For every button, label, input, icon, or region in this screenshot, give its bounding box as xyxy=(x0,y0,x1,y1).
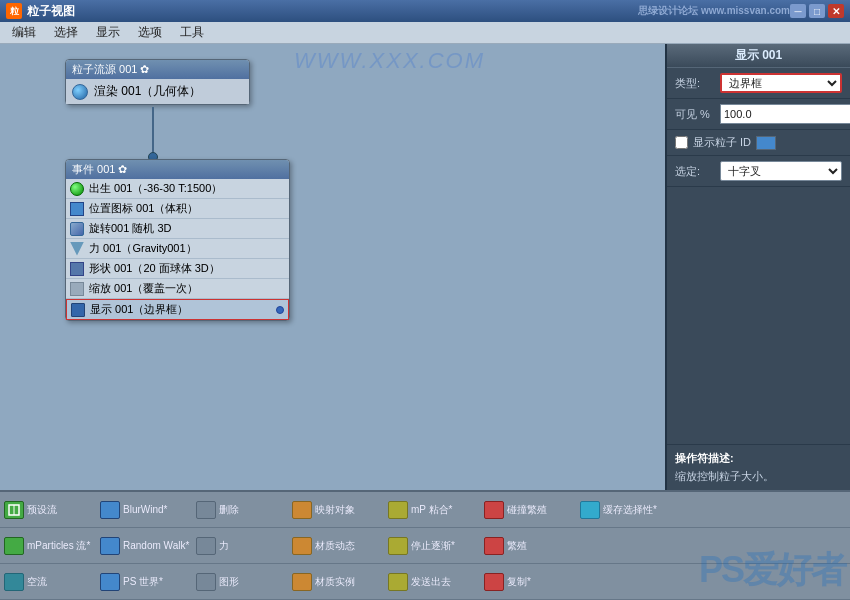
show-particle-id-checkbox[interactable] xyxy=(675,136,688,149)
type-row: 类型: 边界框 几何体 标记点 xyxy=(667,68,850,99)
mat-instance-icon xyxy=(292,573,312,591)
tb-mat-instance-label: 材质实例 xyxy=(315,575,355,589)
tb-random-walk-label: Random Walk* xyxy=(123,540,189,551)
render-icon xyxy=(72,84,88,100)
connection-line xyxy=(152,107,154,157)
display-dot xyxy=(276,306,284,314)
visible-label: 可见 % xyxy=(675,107,715,122)
event-node[interactable]: 事件 001 ✿ 出生 001（-36-30 T:1500） 位置图标 001（… xyxy=(65,159,290,321)
tb-mparticles-label: mParticles 流* xyxy=(27,539,90,553)
position-icon xyxy=(70,202,84,216)
tb-spawn-label: 繁殖 xyxy=(507,539,527,553)
empty-flow-icon xyxy=(4,573,24,591)
shape-tb-icon xyxy=(196,573,216,591)
event-item-display[interactable]: 显示 001（边界框） xyxy=(66,299,289,320)
menu-options[interactable]: 选项 xyxy=(130,22,170,43)
show-particle-id-label: 显示粒子 ID xyxy=(693,135,751,150)
tb-mparticles[interactable]: mParticles 流* xyxy=(4,537,94,555)
right-panel: 显示 001 类型: 边界框 几何体 标记点 可见 % 显示粒子 ID 选定: … xyxy=(665,44,850,490)
menu-display[interactable]: 显示 xyxy=(88,22,128,43)
event-scale-label: 缩放 001（覆盖一次） xyxy=(89,281,198,296)
event-item-force[interactable]: 力 001（Gravity001） xyxy=(66,239,289,259)
maximize-button[interactable]: □ xyxy=(809,4,825,18)
tb-map-object[interactable]: 映射对象 xyxy=(292,501,382,519)
event-item-shape[interactable]: 形状 001（20 面球体 3D） xyxy=(66,259,289,279)
tb-cache-select-label: 缓存选择性* xyxy=(603,503,657,517)
event-item-position[interactable]: 位置图标 001（体积） xyxy=(66,199,289,219)
tb-delete-label: 删除 xyxy=(219,503,239,517)
event-title: 事件 001 ✿ xyxy=(72,162,127,177)
tb-preset-flow[interactable]: 预设流 xyxy=(4,501,94,519)
render-label: 渲染 001（几何体） xyxy=(94,83,201,100)
visible-row: 可见 % xyxy=(667,99,850,130)
display-icon xyxy=(71,303,85,317)
tb-stop-fade-label: 停止逐渐* xyxy=(411,539,455,553)
tb-cache-select[interactable]: 缓存选择性* xyxy=(580,501,670,519)
cache-select-icon xyxy=(580,501,600,519)
event-shape-label: 形状 001（20 面球体 3D） xyxy=(89,261,220,276)
event-rotation-label: 旋转001 随机 3D xyxy=(89,221,172,236)
canvas-area[interactable]: WWW.XXX.COM 粒子流源 001 ✿ 渲染 001（几何体） 事件 00… xyxy=(0,44,665,490)
tb-collision-spawn[interactable]: 碰撞繁殖 xyxy=(484,501,574,519)
tb-blurwind[interactable]: BlurWind* xyxy=(100,501,190,519)
particle-source-title: 粒子流源 001 ✿ xyxy=(72,62,149,77)
tb-duplicate[interactable]: 复制* xyxy=(484,573,574,591)
right-panel-title: 显示 001 xyxy=(667,44,850,68)
tb-mp-bond[interactable]: mP 粘合* xyxy=(388,501,478,519)
selected-label: 选定: xyxy=(675,164,715,179)
ps-logo: PS爱好者 xyxy=(699,546,845,595)
menu-select[interactable]: 选择 xyxy=(46,22,86,43)
blurwind-icon xyxy=(100,501,120,519)
tb-delete[interactable]: 删除 xyxy=(196,501,286,519)
title-bar: 粒 粒子视图 思绿设计论坛 www.missvan.com ─ □ ✕ xyxy=(0,0,850,22)
menu-edit[interactable]: 编辑 xyxy=(4,22,44,43)
shape-icon xyxy=(70,262,84,276)
selected-select[interactable]: 十字叉 方块 圆圈 xyxy=(720,161,842,181)
particle-source-header: 粒子流源 001 ✿ xyxy=(66,60,249,79)
preset-flow-icon xyxy=(4,501,24,519)
window-controls: ─ □ ✕ xyxy=(790,4,844,18)
particle-source-node[interactable]: 粒子流源 001 ✿ 渲染 001（几何体） xyxy=(65,59,250,105)
event-item-rotation[interactable]: 旋转001 随机 3D xyxy=(66,219,289,239)
tb-stop-fade[interactable]: 停止逐渐* xyxy=(388,537,478,555)
tb-collision-spawn-label: 碰撞繁殖 xyxy=(507,503,547,517)
menu-tools[interactable]: 工具 xyxy=(172,22,212,43)
tb-send-out[interactable]: 发送出去 xyxy=(388,573,478,591)
tb-ps-world[interactable]: PS 世界* xyxy=(100,573,190,591)
op-desc-panel: 操作符描述: 缩放控制粒子大小。 xyxy=(667,444,850,490)
spawn-icon xyxy=(484,537,504,555)
event-item-birth[interactable]: 出生 001（-36-30 T:1500） xyxy=(66,179,289,199)
mp-bond-icon xyxy=(388,501,408,519)
tb-mat-dynamic-label: 材质动态 xyxy=(315,539,355,553)
tb-preset-flow-label: 预设流 xyxy=(27,503,57,517)
tb-empty-flow[interactable]: 空流 xyxy=(4,573,94,591)
id-color-box[interactable] xyxy=(756,136,776,150)
event-header: 事件 001 ✿ xyxy=(66,160,289,179)
close-button[interactable]: ✕ xyxy=(828,4,844,18)
collision-spawn-icon xyxy=(484,501,504,519)
tb-force-label: 力 xyxy=(219,539,229,553)
event-item-scale[interactable]: 缩放 001（覆盖一次） xyxy=(66,279,289,299)
tb-random-walk[interactable]: Random Walk* xyxy=(100,537,190,555)
type-select[interactable]: 边界框 几何体 标记点 xyxy=(720,73,842,93)
ps-watermark: PS爱好者 xyxy=(665,490,850,600)
event-position-label: 位置图标 001（体积） xyxy=(89,201,198,216)
tb-mat-instance[interactable]: 材质实例 xyxy=(292,573,382,591)
event-birth-label: 出生 001（-36-30 T:1500） xyxy=(89,181,222,196)
minimize-button[interactable]: ─ xyxy=(790,4,806,18)
type-label: 类型: xyxy=(675,76,715,91)
visible-input[interactable] xyxy=(720,104,850,124)
rotation-icon xyxy=(70,222,84,236)
op-desc-text: 缩放控制粒子大小。 xyxy=(675,469,842,484)
watermark: WWW.XXX.COM xyxy=(294,48,485,74)
tb-force[interactable]: 力 xyxy=(196,537,286,555)
tb-shape[interactable]: 图形 xyxy=(196,573,286,591)
scale-icon xyxy=(70,282,84,296)
site-watermark: 思绿设计论坛 www.missvan.com xyxy=(638,4,790,18)
event-display-label: 显示 001（边界框） xyxy=(90,302,188,317)
tb-mat-dynamic[interactable]: 材质动态 xyxy=(292,537,382,555)
mat-dynamic-icon xyxy=(292,537,312,555)
map-object-icon xyxy=(292,501,312,519)
tb-spawn[interactable]: 繁殖 xyxy=(484,537,574,555)
ps-world-icon xyxy=(100,573,120,591)
